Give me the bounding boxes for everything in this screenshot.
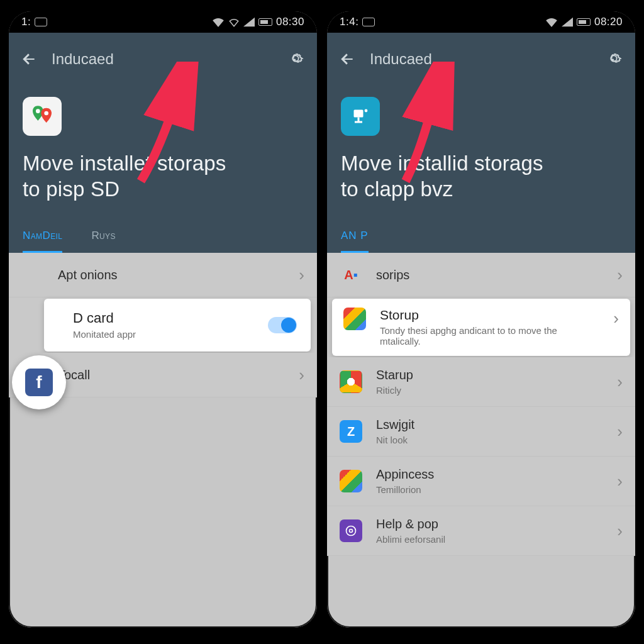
tabs: AN P: [338, 223, 624, 253]
status-bar: 1: 08:30: [9, 11, 317, 33]
settings-button[interactable]: [287, 50, 306, 69]
list-item-appincess[interactable]: Appincess Temillorion ›: [327, 457, 635, 506]
tab-ruys[interactable]: Ruys: [91, 223, 116, 253]
svg-point-1: [44, 111, 48, 116]
page-title: Move installid storags to clapp bvz: [338, 140, 624, 223]
settings-button[interactable]: [605, 50, 624, 69]
chevron-right-icon: ›: [617, 472, 623, 491]
app-icon-maps[interactable]: [23, 97, 62, 136]
card-subtitle: Tondy thesi apghg andicant to to move th…: [380, 325, 587, 347]
list-item-sorips[interactable]: A▪ sorips ›: [327, 253, 635, 297]
chevron-right-icon: ›: [613, 309, 619, 328]
chevron-right-icon: ›: [617, 265, 623, 285]
help-icon: [340, 519, 362, 542]
svg-point-7: [350, 530, 353, 533]
list-sublabel: Ablimi eeforsanil: [376, 534, 445, 545]
chevron-right-icon: ›: [617, 521, 623, 541]
header-title: Inducaed: [52, 50, 114, 68]
svg-point-5: [365, 109, 368, 113]
tabs: NamDeil Ruys: [20, 223, 306, 253]
status-clock: 08:20: [594, 16, 623, 28]
chevron-right-icon: ›: [617, 422, 623, 441]
battery-icon: [258, 18, 272, 26]
z-app-icon: Z: [340, 420, 362, 443]
apps-icon: [21, 264, 44, 286]
list-label: sorips: [376, 268, 409, 282]
wifi-icon: [545, 17, 558, 27]
phone-left: 1: 08:30 Inducaed: [9, 11, 317, 628]
list-label: Help & pop: [376, 517, 445, 531]
apps-icon: A▪: [340, 264, 362, 286]
list-sublabel: Temillorion: [376, 484, 434, 495]
svg-rect-2: [354, 110, 364, 118]
list-item-help[interactable]: Help & pop Ablimi eeforsanil ›: [327, 506, 635, 556]
app-icon-teal[interactable]: [341, 97, 380, 136]
tab-namdeil[interactable]: NamDeil: [23, 223, 62, 253]
svg-point-0: [36, 109, 40, 113]
facebook-icon: f: [25, 369, 53, 396]
signal-icon: [562, 17, 573, 27]
chrome-icon: [340, 370, 362, 393]
wifi-icon: [212, 17, 225, 27]
play-store-icon: [343, 308, 366, 330]
status-notification-icon: [362, 18, 375, 26]
header: Inducaed Move installet storaps to pisp …: [9, 33, 317, 253]
tab-anp[interactable]: AN P: [341, 223, 369, 253]
google-app-icon: [340, 470, 362, 492]
back-button[interactable]: [20, 50, 38, 68]
card-title: Storup: [380, 308, 613, 323]
back-button[interactable]: [338, 50, 356, 68]
list-item-starup[interactable]: Starup Riticly ›: [327, 357, 635, 407]
header: Inducaed Move installid storags to clapp…: [327, 33, 635, 253]
wifi-alt-icon: [228, 17, 240, 27]
list-item-sdcard[interactable]: D card Monitated appr: [44, 299, 311, 352]
status-time: 1:: [21, 16, 31, 28]
chevron-right-icon: ›: [299, 365, 304, 385]
chevron-right-icon: ›: [299, 265, 304, 285]
list: A▪ sorips › Storup Tondy thesi apghg and…: [327, 253, 635, 556]
chevron-right-icon: ›: [617, 372, 623, 392]
svg-point-6: [347, 526, 356, 536]
status-notification-icon: [35, 18, 47, 26]
list-item-apt[interactable]: Apt onions ›: [9, 253, 317, 297]
list-item-lswjgit[interactable]: Z Lswjgit Nit look ›: [327, 407, 635, 457]
list-label: Starup: [376, 368, 413, 382]
list-label: Lswjgit: [376, 418, 414, 432]
signal-icon: [243, 17, 255, 27]
page-title: Move installet storaps to pisp SD: [20, 140, 306, 223]
list-label: Apt onions: [58, 268, 118, 282]
storup-card[interactable]: Storup Tondy thesi apghg andicant to to …: [332, 299, 630, 356]
card-title: D card: [73, 310, 136, 326]
status-time: 1:4:: [340, 16, 358, 28]
card-subtitle: Monitated appr: [73, 329, 136, 340]
status-bar: 1:4: 08:20: [327, 11, 635, 33]
list-sublabel: Nit look: [376, 435, 414, 445]
phone-right: 1:4: 08:20 Inducaed Move installid s: [327, 11, 635, 628]
facebook-fab[interactable]: f: [12, 355, 66, 409]
status-clock: 08:30: [276, 16, 304, 28]
battery-icon: [577, 18, 591, 26]
list-label: Appincess: [376, 467, 434, 482]
sdcard-toggle[interactable]: [268, 317, 297, 333]
svg-rect-4: [355, 121, 362, 123]
header-title: Inducaed: [370, 50, 432, 68]
list-sublabel: Riticly: [376, 385, 413, 396]
